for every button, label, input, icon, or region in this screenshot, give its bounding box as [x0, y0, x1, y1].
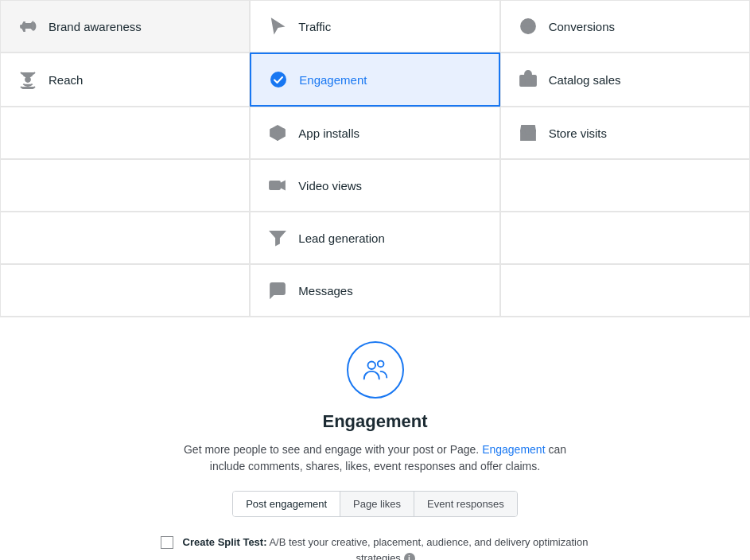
- lead-generation-label: Lead generation: [298, 231, 384, 245]
- svg-point-3: [270, 72, 286, 88]
- split-test-plain-text: A/B test your creative, placement, audie…: [267, 536, 589, 560]
- globe-icon: [517, 15, 539, 37]
- engagement-people-icon: [360, 355, 391, 385]
- messages-label: Messages: [298, 284, 352, 298]
- engagement-tabs: Post engagement Page likes Event respons…: [232, 491, 518, 517]
- grid-cell-lead-generation[interactable]: Lead generation: [250, 212, 499, 264]
- grid-cell-empty-4: [0, 212, 250, 264]
- funnel-icon: [266, 227, 289, 249]
- split-test-row: Create Split Test: A/B test your creativ…: [161, 535, 590, 560]
- box-icon: [266, 122, 289, 144]
- chat-icon: [266, 279, 289, 301]
- engagement-title: Engagement: [322, 411, 427, 432]
- grid-cell-store-visits[interactable]: Store visits: [500, 107, 750, 159]
- grid-cell-messages[interactable]: Messages: [250, 264, 499, 317]
- traffic-label: Traffic: [298, 20, 331, 33]
- split-test-info-icon[interactable]: i: [404, 553, 415, 560]
- check-circle-icon: [267, 68, 290, 91]
- grid-cell-app-installs[interactable]: App installs: [250, 107, 499, 159]
- grid-cell-brand-awareness[interactable]: Brand awareness: [0, 0, 250, 52]
- grid-cell-empty-3: [500, 159, 750, 212]
- svg-point-2: [25, 77, 30, 82]
- cart-icon: [517, 68, 539, 91]
- store-icon: [517, 122, 539, 144]
- bottom-section: Engagement Get more people to see and en…: [0, 317, 750, 560]
- app-installs-label: App installs: [298, 126, 359, 140]
- grid-cell-empty-5: [500, 212, 750, 264]
- svg-rect-4: [520, 76, 536, 86]
- engagement-label: Engagement: [299, 73, 367, 87]
- grid-cell-empty-1: [0, 107, 250, 159]
- svg-point-12: [377, 361, 383, 368]
- video-views-label: Video views: [298, 179, 362, 192]
- grid-cell-empty-2: [0, 159, 250, 212]
- grid-cell-empty-7: [500, 264, 750, 317]
- grid-cell-catalog-sales[interactable]: Catalog sales: [500, 52, 750, 107]
- grid-cell-traffic[interactable]: Traffic: [250, 0, 499, 52]
- cursor-icon: [266, 15, 289, 37]
- svg-point-11: [367, 362, 375, 370]
- engagement-description: Get more people to see and engage with y…: [169, 441, 582, 475]
- megaphone-icon: [17, 15, 39, 37]
- conversions-label: Conversions: [549, 20, 615, 33]
- reach-icon: [17, 68, 39, 91]
- grid-cell-engagement[interactable]: Engagement: [250, 52, 499, 107]
- engagement-link[interactable]: Engagement: [482, 443, 545, 456]
- split-test-checkbox[interactable]: [161, 536, 173, 549]
- tab-post-engagement[interactable]: Post engagement: [233, 492, 340, 516]
- grid-cell-video-views[interactable]: Video views: [250, 159, 499, 212]
- split-test-bold-label: Create Split Test:: [183, 536, 267, 548]
- tab-event-responses[interactable]: Event responses: [414, 492, 517, 516]
- catalog-sales-label: Catalog sales: [549, 73, 621, 87]
- grid-cell-conversions[interactable]: Conversions: [500, 0, 750, 52]
- tab-page-likes[interactable]: Page likes: [340, 492, 414, 516]
- svg-rect-10: [270, 181, 280, 189]
- grid-cell-reach[interactable]: Reach: [0, 52, 250, 107]
- video-icon: [266, 174, 289, 196]
- reach-label: Reach: [49, 73, 83, 87]
- store-visits-label: Store visits: [549, 126, 607, 140]
- split-test-text: Create Split Test: A/B test your creativ…: [181, 535, 590, 560]
- objective-grid: Brand awareness Traffic Conversions: [0, 0, 750, 317]
- brand-awareness-label: Brand awareness: [49, 20, 142, 33]
- engagement-icon-circle: [347, 341, 404, 399]
- grid-cell-empty-6: [0, 264, 250, 317]
- svg-rect-9: [526, 134, 530, 140]
